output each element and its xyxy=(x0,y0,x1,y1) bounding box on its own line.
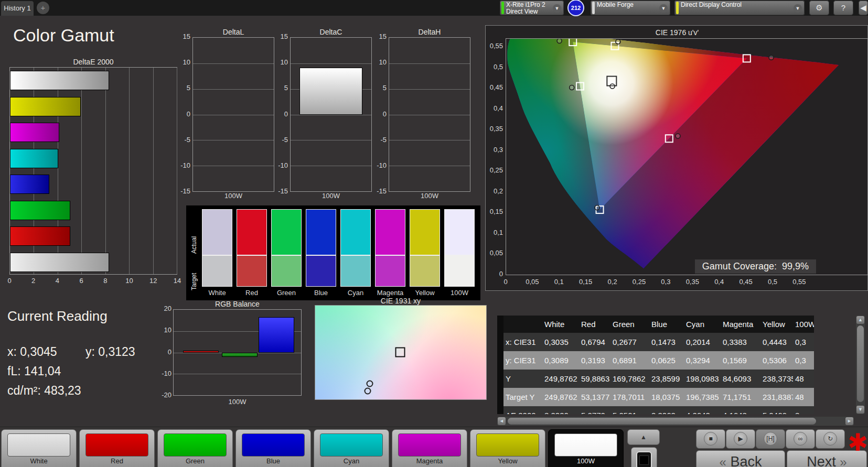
meter-count-badge[interactable]: 212 xyxy=(567,0,584,16)
tab-history-1[interactable]: History 1 xyxy=(1,1,34,16)
pattern-swatch xyxy=(164,433,227,457)
back-button[interactable]: « Back xyxy=(696,450,785,467)
rgb-balance-bar-green xyxy=(222,353,258,357)
app-window: History 1 + X-Rite i1Pro 2 Direct View ▼… xyxy=(0,0,868,467)
pattern-button-blue[interactable]: Blue xyxy=(235,429,311,467)
chevron-down-icon: ▼ xyxy=(659,4,668,13)
stop-button[interactable]: ■ xyxy=(696,429,725,449)
actual-swatch-magenta xyxy=(375,209,405,255)
measured-point-white xyxy=(610,84,615,89)
x-tick-label: 14 xyxy=(174,277,181,285)
pattern-label: 100W xyxy=(549,457,623,465)
delta-l-plot xyxy=(192,37,274,192)
gridline xyxy=(389,166,470,166)
meter-dropdown[interactable]: X-Rite i1Pro 2 Direct View ▼ xyxy=(500,1,564,15)
pattern-button-green[interactable]: Green xyxy=(157,429,233,467)
swatch-label: 100W xyxy=(442,289,477,297)
swatch-label: Magenta xyxy=(373,289,408,297)
cell-value: 53,1377 xyxy=(579,393,610,401)
display-control-dropdown[interactable]: Direct Display Control ▼ xyxy=(674,1,805,15)
window-pattern-button[interactable] xyxy=(631,447,657,467)
pattern-button-red[interactable]: Red xyxy=(79,429,155,467)
scroll-up-icon[interactable]: ▲ xyxy=(856,316,864,324)
add-tab-button[interactable]: + xyxy=(37,2,49,14)
pattern-button-yellow[interactable]: Yellow xyxy=(470,429,545,467)
stop-icon: ■ xyxy=(704,432,717,446)
cell-value: 3,3063 xyxy=(649,411,684,414)
meter-mode: Direct View xyxy=(506,8,538,15)
table-hscrollbar[interactable]: ◄ ► xyxy=(497,417,854,426)
collapse-toolbar-button[interactable]: ◀ xyxy=(859,1,868,15)
x-tick-label: 0 xyxy=(496,278,515,286)
gridline xyxy=(105,68,106,274)
pattern-source-dropdown[interactable]: Mobile Forge ▼ xyxy=(591,1,670,15)
pattern-swatch xyxy=(85,433,148,457)
delta-e-bar-cyan xyxy=(10,149,58,168)
pattern-button-white[interactable]: White xyxy=(1,429,77,467)
cell-value: 231,8387 xyxy=(760,393,793,401)
scroll-down-icon[interactable]: ▼ xyxy=(856,406,864,414)
y-tick-label: 5 xyxy=(370,84,387,92)
y-tick-label: 0,35 xyxy=(486,125,503,133)
hscroll-handle[interactable] xyxy=(508,418,816,425)
column-header: White xyxy=(542,320,579,329)
table-row[interactable]: y: CIE310,30890,31930,68910,06250,32940,… xyxy=(503,351,814,370)
delta-l-title: DeltaL xyxy=(192,28,274,36)
repeat-button[interactable]: ↻ xyxy=(816,429,845,449)
row-label: Y xyxy=(503,374,542,383)
table-row[interactable]: x: CIE310,30350,67940,26770,14730,20140,… xyxy=(503,333,814,351)
repeat-icon: ↻ xyxy=(823,432,837,446)
measured-point-cyan xyxy=(570,85,574,90)
measured-point-red xyxy=(769,55,774,60)
table-row[interactable]: Y249,876259,8863169,786223,8599198,09838… xyxy=(503,370,814,388)
pattern-label: Green xyxy=(158,457,232,465)
swatch-label: Green xyxy=(269,289,304,297)
x-tick-label: 0,55 xyxy=(790,278,809,286)
x-tick-label: 0,15 xyxy=(576,278,595,286)
cell-value: 23,8599 xyxy=(649,374,684,383)
pattern-button-100w[interactable]: 100W xyxy=(548,429,624,467)
gridline xyxy=(389,63,470,64)
reading-y: y: 0,3123 xyxy=(85,345,135,359)
loop-button[interactable]: ∞ xyxy=(786,429,815,449)
gear-icon: ⚙ xyxy=(816,3,822,12)
cell-value: 0,2677 xyxy=(610,338,649,346)
x-tick-label: 2 xyxy=(31,277,35,285)
scroll-right-icon[interactable]: ► xyxy=(845,417,853,425)
cell-value: 169,7862 xyxy=(610,374,649,383)
y-tick-label: 0,1 xyxy=(486,229,503,236)
chevron-left-icon: ◀ xyxy=(860,3,866,12)
x-tick-label: 0,4 xyxy=(710,278,728,286)
cell-value: 0,2014 xyxy=(684,338,721,346)
delta-e-bar-white xyxy=(10,71,109,90)
table-header-row: WhiteRedGreenBlueCyanMagentaYellow100W xyxy=(503,316,814,333)
cell-value: 5,0770 xyxy=(579,411,610,414)
row-label: y: CIE31 xyxy=(503,356,542,365)
delta-e-xticks: 02468101214 xyxy=(9,277,177,285)
play-button[interactable]: ▶ xyxy=(726,429,755,449)
play-range-button[interactable]: [H] xyxy=(756,429,785,449)
pattern-list-up-button[interactable]: ▲ xyxy=(627,429,660,445)
actual-row-label: Actual xyxy=(190,238,198,254)
column-header: Yellow xyxy=(760,320,793,329)
table-vscrollbar[interactable]: ▲ ▼ xyxy=(856,316,865,414)
table-row[interactable]: Target Y249,876253,1377178,701118,037519… xyxy=(503,388,814,406)
pattern-swatch xyxy=(398,433,461,457)
pattern-button-magenta[interactable]: Magenta xyxy=(392,429,467,467)
rgb-balance-xlabel: 100W xyxy=(173,398,302,406)
actual-swatch-white xyxy=(202,209,232,255)
pattern-button-cyan[interactable]: Cyan xyxy=(314,429,389,467)
rgb-balance-bar-red xyxy=(183,351,219,352)
cell-value: 5,9466 xyxy=(760,411,793,414)
help-button[interactable]: ? xyxy=(833,1,853,15)
target-swatch-100w xyxy=(444,255,475,287)
chevron-double-left-icon: « xyxy=(720,455,726,467)
vscroll-handle[interactable] xyxy=(857,325,864,402)
settings-button[interactable]: ⚙ xyxy=(809,1,829,15)
scroll-left-icon[interactable]: ◄ xyxy=(498,417,506,425)
cell-value: 0,3294 xyxy=(684,356,721,365)
column-header: Blue xyxy=(649,320,684,329)
table-row[interactable]: ΔE 20008,33305,07705,05013,30634,06434,1… xyxy=(503,406,814,414)
target-swatch-blue xyxy=(306,255,336,287)
meter-alert-icon[interactable]: ✱ xyxy=(848,430,868,454)
